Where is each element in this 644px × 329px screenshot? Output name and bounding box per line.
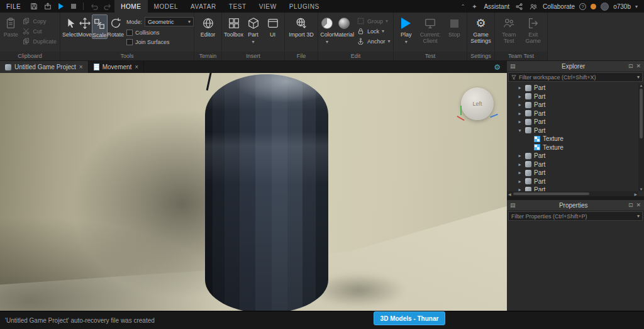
play-caret-icon[interactable]: ▾ <box>405 39 408 45</box>
chevron-right-icon[interactable]: ▸ <box>517 102 523 108</box>
collaborate-button[interactable]: Collaborate <box>543 3 575 10</box>
scroll-right-icon[interactable]: ▶ <box>634 192 638 196</box>
taskbar-window-button[interactable]: 3D Models - Thunar <box>374 311 445 325</box>
scene-capsule-object[interactable] <box>205 74 328 311</box>
undo-icon[interactable] <box>89 2 99 11</box>
tree-item-part[interactable]: ▸Part <box>507 118 638 126</box>
color-button[interactable]: Color ▾ <box>320 14 334 45</box>
cut-button[interactable]: Cut <box>22 27 57 35</box>
chevron-right-icon[interactable]: ▸ <box>517 179 523 184</box>
ui-button[interactable]: UI <box>263 14 282 38</box>
viewport-settings-gear-icon[interactable]: ⚙ <box>494 61 507 73</box>
mode-dropdown[interactable]: Geometric ▾ <box>145 17 194 26</box>
dock-icon[interactable]: ⊡ <box>628 202 633 208</box>
redo-icon[interactable] <box>103 2 113 11</box>
duplicate-button[interactable]: Duplicate <box>22 37 57 45</box>
menubar-tab-model[interactable]: MODEL <box>148 0 185 13</box>
team-test-button[interactable]: Team Test <box>497 14 521 45</box>
dock-icon[interactable]: ⊡ <box>628 63 633 69</box>
view-cube-circle[interactable]: Left <box>461 87 494 120</box>
move-tool-button[interactable]: Move <box>78 14 92 38</box>
publish-icon[interactable] <box>43 2 53 11</box>
collisions-checkbox-row[interactable]: Collisions <box>126 30 194 36</box>
menubar-tab-home[interactable]: HOME <box>114 0 147 13</box>
chevron-right-icon[interactable]: ▸ <box>517 85 523 91</box>
user-avatar[interactable] <box>601 3 609 11</box>
game-settings-button[interactable]: ⚙ Game Settings <box>469 14 492 45</box>
tree-item-part[interactable]: ▸Part <box>507 169 638 177</box>
current-client-button[interactable]: Current: Client <box>416 14 443 45</box>
save-icon[interactable] <box>29 2 39 11</box>
lock-caret-icon[interactable]: ▾ <box>382 28 384 34</box>
terrain-editor-button[interactable]: Editor <box>197 14 219 38</box>
explorer-vertical-scrollbar[interactable]: ▲ ▼ <box>638 84 644 191</box>
chevron-right-icon[interactable]: ▸ <box>517 119 523 125</box>
explorer-horizontal-scrollbar[interactable]: ◀ ▶ <box>507 191 638 196</box>
stop-button[interactable]: Stop <box>444 14 465 38</box>
notification-icon[interactable] <box>591 4 596 9</box>
paste-button[interactable]: Paste <box>2 14 19 38</box>
username-label[interactable]: o730b <box>613 3 631 10</box>
tree-item-part[interactable]: ▾Part <box>507 126 638 135</box>
tree-item-part[interactable]: ▸Part <box>507 92 638 101</box>
quick-stop-icon[interactable] <box>71 4 76 9</box>
menubar-tab-avatar[interactable]: AVATAR <box>184 0 223 13</box>
help-icon[interactable]: ? <box>579 3 586 10</box>
tree-item-part[interactable]: ▸Part <box>507 84 638 92</box>
chevron-right-icon[interactable]: ▸ <box>517 162 523 167</box>
chevron-right-icon[interactable]: ▸ <box>517 111 523 116</box>
doc-tab-movement[interactable]: Movement × <box>89 61 145 73</box>
chevron-right-icon[interactable]: ▸ <box>517 153 523 159</box>
exit-game-button[interactable]: Exit Game <box>521 14 545 45</box>
assistant-button[interactable]: Assistant <box>484 3 509 10</box>
explorer-header[interactable]: ▤ Explorer ⊡ ✕ <box>507 61 644 71</box>
ribbon-collapse-icon[interactable]: ⌃ <box>461 4 465 9</box>
scroll-down-icon[interactable]: ▼ <box>640 187 643 191</box>
chevron-right-icon[interactable]: ▸ <box>517 94 523 99</box>
import-3d-button[interactable]: Import 3D <box>288 14 314 38</box>
part-button[interactable]: Part ▾ <box>243 14 263 45</box>
view-cube[interactable]: Left <box>457 86 498 126</box>
tree-item-texture[interactable]: Texture <box>507 135 638 143</box>
user-menu-caret-icon[interactable]: ▾ <box>635 4 638 9</box>
scroll-thumb[interactable] <box>640 89 643 138</box>
tree-item-part[interactable]: ▸Part <box>507 101 638 109</box>
viewport-3d[interactable]: Left <box>0 73 507 311</box>
filter-caret-icon[interactable]: ▾ <box>637 213 640 219</box>
chevron-right-icon[interactable]: ▸ <box>517 187 523 191</box>
group-button[interactable]: Group ▾ <box>357 17 391 25</box>
tree-item-part[interactable]: ▸Part <box>507 152 638 160</box>
scroll-left-icon[interactable]: ◀ <box>507 192 511 196</box>
select-tool-button[interactable]: Select <box>62 14 78 38</box>
file-menu-button[interactable]: FILE <box>0 0 27 13</box>
share-icon[interactable] <box>514 2 524 11</box>
properties-filter-input[interactable]: Filter Properties (Ctrl+Shift+P) ▾ <box>508 211 643 221</box>
tree-item-part[interactable]: ▸Part <box>507 160 638 169</box>
tree-item-part[interactable]: ▸Part <box>507 186 638 191</box>
part-caret-icon[interactable]: ▾ <box>252 39 255 45</box>
close-tab-icon[interactable]: × <box>79 64 83 70</box>
explorer-filter-input[interactable]: Filter workspace (Ctrl+Shift+X) ▾ <box>508 72 643 82</box>
lock-button[interactable]: Lock ▾ <box>357 27 391 35</box>
toolbox-button[interactable]: Toolbox <box>224 14 243 38</box>
menubar-tab-view[interactable]: VIEW <box>253 0 283 13</box>
chevron-down-icon[interactable]: ▾ <box>517 128 523 133</box>
material-button[interactable]: Material <box>334 14 354 38</box>
play-button[interactable]: Play ▾ <box>396 14 416 45</box>
close-panel-icon[interactable]: ✕ <box>636 202 641 208</box>
doc-tab-untitled-game-project[interactable]: Untitled Game Project × <box>0 61 89 73</box>
copy-button[interactable]: Copy <box>22 17 57 25</box>
anchor-button[interactable]: Anchor ▾ <box>357 37 391 45</box>
color-caret-icon[interactable]: ▾ <box>326 39 328 45</box>
join-surfaces-checkbox-row[interactable]: Join Surfaces <box>126 39 194 45</box>
collisions-checkbox[interactable] <box>126 30 133 36</box>
tree-item-texture[interactable]: Texture <box>507 143 638 152</box>
scroll-up-icon[interactable]: ▲ <box>640 84 643 87</box>
menubar-tab-test[interactable]: TEST <box>223 0 253 13</box>
scale-tool-button[interactable]: Scale <box>92 14 108 39</box>
join-surfaces-checkbox[interactable] <box>126 39 133 45</box>
tree-item-part[interactable]: ▸Part <box>507 177 638 186</box>
filter-caret-icon[interactable]: ▾ <box>637 74 640 80</box>
properties-header[interactable]: ▤ Properties ⊡ ✕ <box>507 200 644 210</box>
scroll-thumb[interactable] <box>513 192 589 195</box>
